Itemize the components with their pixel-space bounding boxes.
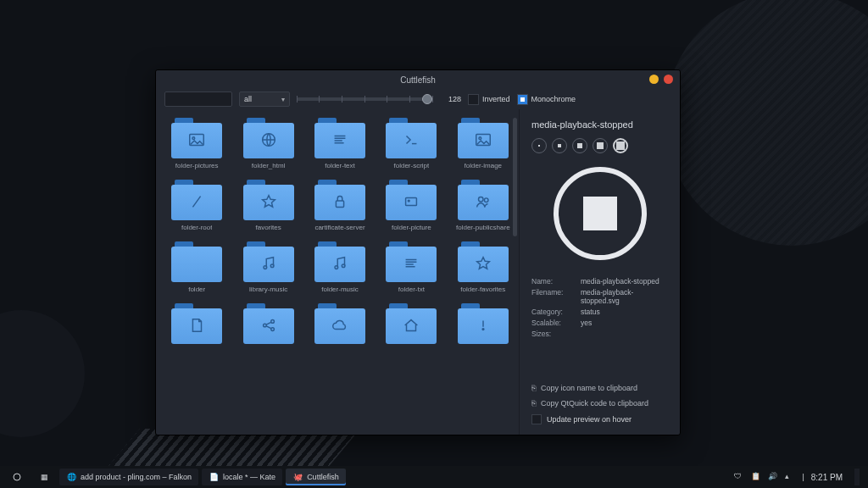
icon-cell[interactable]: folder-favorites (449, 238, 517, 297)
start-button[interactable] (5, 469, 29, 485)
folder-icon (171, 180, 222, 220)
copy-qtquick-action[interactable]: ⎘ Copy QtQuick code to clipboard (531, 399, 668, 408)
icon-cell[interactable]: folder (163, 238, 231, 297)
image-icon (180, 126, 214, 153)
svg-point-4 (479, 137, 481, 140)
icon-cell[interactable]: folder_html (234, 114, 302, 173)
folder-icon (458, 118, 509, 158)
icon-cell[interactable]: library-music (234, 238, 302, 297)
cloud-icon (323, 312, 357, 339)
icon-label: library-music (249, 286, 287, 293)
icon-label: folder_html (252, 162, 286, 169)
icon-cell[interactable]: folder-image (449, 114, 517, 173)
icon-cell[interactable]: folder-script (377, 114, 445, 173)
taskbar-item[interactable]: 🐙Cuttlefish (286, 469, 346, 485)
chevron-down-icon: ▾ (281, 96, 285, 103)
taskbar-item[interactable]: 🌐add product - pling.com – Falkon (59, 469, 198, 485)
folder-icon (386, 180, 437, 220)
size-preview-m[interactable] (572, 138, 587, 153)
note-icon (323, 250, 357, 277)
svg-point-7 (409, 200, 410, 202)
svg-point-13 (342, 264, 345, 268)
kv-file-v: media-playback-stopped.svg (581, 288, 668, 305)
svg-point-11 (270, 264, 274, 268)
size-preview-l[interactable] (593, 138, 608, 153)
kv-name-k: Name: (531, 277, 576, 286)
clock[interactable]: 8:21 PM (811, 473, 843, 482)
lines-icon (394, 250, 428, 277)
inverted-checkbox[interactable] (468, 94, 479, 105)
size-preview-xs[interactable] (531, 138, 547, 153)
lock-icon (323, 188, 357, 215)
folder-icon (314, 303, 365, 344)
people-icon (466, 188, 500, 215)
size-preview-s[interactable] (552, 138, 567, 153)
icon-cell[interactable]: folder-txt (377, 238, 445, 297)
folder-icon (386, 241, 437, 282)
svg-point-18 (14, 474, 20, 480)
hover-update-checkbox[interactable]: Update preview on hover (531, 414, 668, 424)
titlebar[interactable]: Cuttlefish (156, 70, 680, 89)
minimize-button[interactable] (649, 75, 659, 84)
clipboard-icon[interactable]: 📋 (751, 472, 761, 482)
folder-icon (458, 303, 509, 344)
shield-icon[interactable]: 🛡 (734, 472, 744, 482)
icon-cell[interactable] (377, 300, 445, 351)
svg-rect-5 (336, 201, 343, 207)
icon-cell[interactable] (449, 300, 517, 351)
note-icon (252, 250, 286, 277)
kv-name-v: media-playback-stopped (581, 277, 668, 286)
volume-icon[interactable]: 🔊 (768, 472, 778, 482)
icon-cell[interactable]: cartificate-server (306, 176, 374, 235)
folder-icon (243, 241, 294, 282)
size-preview-row (531, 138, 668, 153)
icon-cell[interactable] (234, 300, 302, 351)
slider-thumb[interactable] (422, 94, 432, 104)
icon-cell[interactable]: folder-pictures (163, 114, 231, 173)
icon-label: folder-music (321, 286, 359, 293)
kv-cat-v: status (581, 308, 668, 316)
slash-icon (180, 188, 214, 215)
tray-chevron-icon[interactable]: ▴ (785, 472, 795, 482)
apps-button[interactable]: ▦ (32, 469, 56, 485)
close-button[interactable] (664, 75, 673, 84)
prompt-icon (394, 126, 428, 153)
icon-label: folder-text (325, 162, 355, 169)
svg-point-9 (484, 198, 488, 202)
slider-value: 128 (437, 95, 461, 103)
icon-cell[interactable]: folder-publicshare (449, 176, 517, 235)
icon-label: folder-image (465, 162, 502, 169)
cuttle-icon: 🐙 (292, 472, 303, 482)
home-icon (394, 312, 428, 339)
copy-icon-name-action[interactable]: ⎘ Copy icon name to clipboard (531, 384, 668, 392)
monochrome-checkbox[interactable] (517, 94, 528, 105)
icon-label: folder-publicshare (456, 224, 510, 231)
icon-cell[interactable]: folder-picture (377, 176, 445, 235)
icon-cell[interactable]: folder-root (163, 176, 231, 235)
svg-point-15 (270, 320, 274, 324)
grid-scrollbar[interactable] (513, 118, 517, 236)
icon-cell[interactable]: folder-text (306, 114, 374, 173)
kate-icon: 📄 (209, 472, 219, 482)
none-icon (180, 250, 214, 277)
icon-cell[interactable]: folder-music (306, 238, 374, 297)
kv-sizes-k: Sizes: (531, 330, 576, 338)
size-slider[interactable] (297, 97, 432, 101)
icon-cell[interactable]: favorites (234, 176, 302, 235)
size-preview-xl[interactable] (613, 138, 628, 153)
show-desktop-button[interactable] (854, 469, 860, 485)
taskbar-item[interactable]: 📄locale * — Kate (202, 469, 282, 485)
inverted-label: Inverted (482, 95, 510, 103)
category-filter-combo[interactable]: all ▾ (239, 92, 290, 107)
icon-cell[interactable] (163, 300, 231, 351)
doc-icon (180, 312, 214, 339)
icon-grid: folder-pictures folder_html folder-text … (163, 114, 517, 351)
search-input[interactable] (164, 92, 232, 107)
icon-cell[interactable] (306, 300, 374, 351)
image-icon (466, 126, 500, 153)
lines-icon (323, 126, 357, 153)
svg-point-17 (482, 329, 484, 330)
folder-icon (314, 180, 365, 220)
distro-icon (12, 472, 22, 482)
svg-point-16 (270, 328, 274, 331)
